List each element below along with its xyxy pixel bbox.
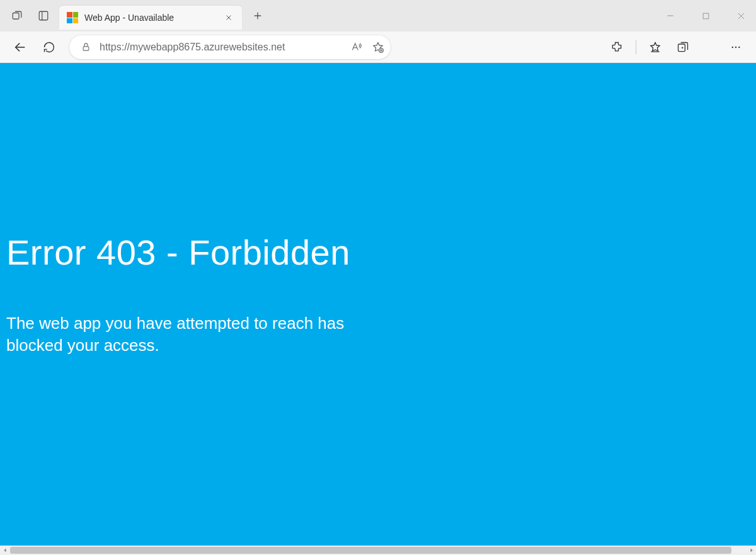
close-tab-button[interactable]	[222, 11, 236, 25]
window-controls	[659, 0, 752, 31]
svg-point-9	[738, 46, 740, 47]
maximize-window-button[interactable]	[694, 6, 717, 26]
window-title-bar: Web App - Unavailable	[0, 0, 756, 31]
svg-rect-4	[83, 47, 89, 50]
scroll-thumb[interactable]	[10, 547, 731, 554]
vertical-tabs-icon[interactable]	[33, 5, 54, 26]
back-button[interactable]	[8, 35, 33, 60]
scroll-left-icon[interactable]	[0, 546, 10, 555]
favorite-star-icon[interactable]	[370, 40, 386, 55]
url-text[interactable]: https://mywebapp8675.azurewebsites.net	[100, 42, 343, 53]
separator	[636, 40, 636, 54]
extensions-icon[interactable]	[604, 35, 629, 60]
tab-actions-icon[interactable]	[6, 5, 28, 26]
close-window-button[interactable]	[730, 6, 752, 26]
collections-icon[interactable]	[670, 35, 696, 60]
scroll-right-icon[interactable]	[746, 546, 756, 555]
refresh-button[interactable]	[37, 35, 62, 60]
browser-tab[interactable]: Web App - Unavailable	[59, 6, 242, 30]
svg-point-8	[735, 46, 736, 47]
svg-rect-3	[703, 13, 709, 19]
new-tab-button[interactable]	[247, 5, 268, 26]
error-heading: Error 403 - Forbidden	[6, 233, 750, 272]
address-bar[interactable]: https://mywebapp8675.azurewebsites.net	[69, 35, 391, 59]
read-aloud-icon[interactable]	[349, 40, 364, 55]
settings-menu-button[interactable]	[723, 35, 748, 60]
tab-title: Web App - Unavailable	[84, 13, 215, 23]
toolbar-right	[604, 35, 748, 60]
svg-rect-0	[13, 13, 19, 20]
svg-point-7	[732, 46, 733, 47]
microsoft-favicon-icon	[67, 12, 78, 23]
horizontal-scrollbar[interactable]	[0, 546, 756, 555]
svg-rect-1	[39, 11, 48, 20]
browser-toolbar: https://mywebapp8675.azurewebsites.net	[0, 31, 756, 63]
error-message: The web app you have attempted to reach …	[6, 312, 391, 357]
lock-icon[interactable]	[78, 40, 93, 55]
minimize-window-button[interactable]	[659, 6, 682, 26]
page-content: Error 403 - Forbidden The web app you ha…	[0, 63, 756, 546]
favorites-icon[interactable]	[643, 35, 668, 60]
scroll-track[interactable]	[10, 546, 746, 555]
